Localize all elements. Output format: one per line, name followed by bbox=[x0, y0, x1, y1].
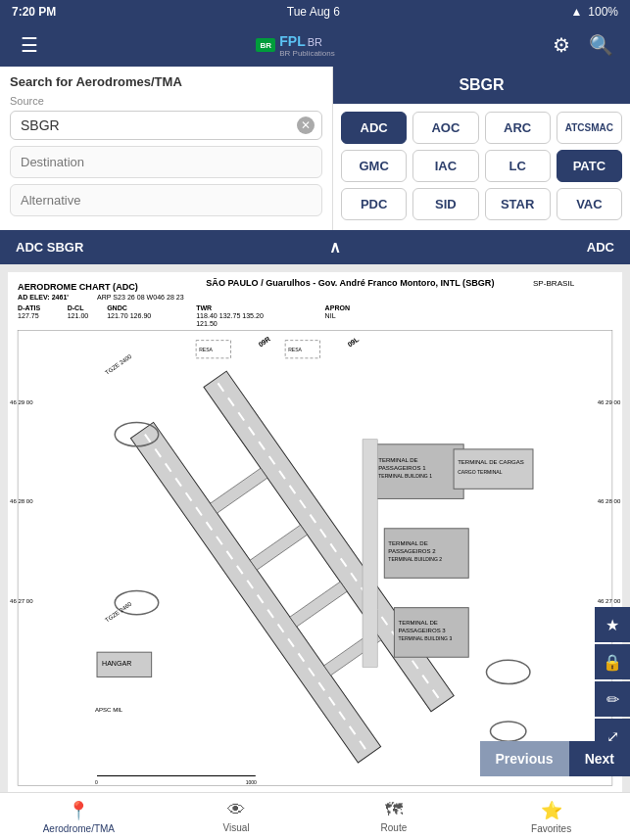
svg-text:RESA: RESA bbox=[288, 347, 302, 352]
svg-rect-17 bbox=[18, 331, 612, 786]
svg-text:TERMINAL BUILDING 3: TERMINAL BUILDING 3 bbox=[398, 635, 452, 641]
chart-btn-arc[interactable]: ARC bbox=[485, 112, 551, 144]
chart-btn-atcsmac[interactable]: ATCSMAC bbox=[557, 112, 622, 144]
svg-text:TERMINAL BUILDING 1: TERMINAL BUILDING 1 bbox=[378, 473, 432, 479]
alternative-input[interactable] bbox=[10, 184, 322, 216]
nav-favorites[interactable]: ⭐ Favorites bbox=[472, 793, 630, 840]
svg-text:D-CL: D-CL bbox=[68, 304, 85, 311]
expand-handle-icon[interactable]: ∧ bbox=[329, 238, 341, 257]
visual-nav-label: Visual bbox=[223, 822, 250, 833]
status-time: 7:20 PM bbox=[12, 5, 56, 19]
svg-text:TERMINAL BUILDING 2: TERMINAL BUILDING 2 bbox=[388, 556, 442, 562]
svg-text:TERMINAL DE: TERMINAL DE bbox=[378, 457, 417, 463]
svg-text:121.00: 121.00 bbox=[68, 312, 89, 319]
bottom-navigation: 📍 Aerodrome/TMA 👁 Visual 🗺 Route ⭐ Favor… bbox=[0, 792, 630, 840]
svg-text:46 29 00: 46 29 00 bbox=[598, 399, 621, 405]
favorites-nav-label: Favorites bbox=[531, 823, 571, 834]
source-label: Source bbox=[10, 95, 322, 107]
logo-text-group: FPL BR BR Publications bbox=[279, 33, 334, 58]
chart-btn-star[interactable]: STAR bbox=[485, 188, 551, 220]
chart-btn-lc[interactable]: LC bbox=[485, 150, 551, 182]
svg-text:46 27 00: 46 27 00 bbox=[10, 598, 33, 604]
airport-tab[interactable]: SBGR bbox=[333, 67, 630, 104]
svg-text:127.75: 127.75 bbox=[18, 312, 39, 319]
header-actions: ⚙ 🔍 bbox=[544, 29, 618, 61]
wifi-icon: ▲ bbox=[570, 5, 582, 19]
nav-route[interactable]: 🗺 Route bbox=[315, 793, 473, 840]
source-input-wrapper: ✕ bbox=[10, 111, 322, 140]
chart-btn-aoc[interactable]: AOC bbox=[412, 112, 478, 144]
svg-text:SÃO PAULO / Guarulhos - Gov. A: SÃO PAULO / Guarulhos - Gov. André Franc… bbox=[206, 278, 494, 288]
chart-btn-iac[interactable]: IAC bbox=[412, 150, 478, 182]
previous-button[interactable]: Previous bbox=[480, 741, 569, 776]
svg-text:TERMINAL DE: TERMINAL DE bbox=[398, 620, 437, 626]
logo-sub: BR Publications bbox=[279, 49, 334, 58]
main-chart-area: AERODROME CHART (ADC) SÃO PAULO / Guarul… bbox=[0, 264, 630, 824]
chart-btn-adc[interactable]: ADC bbox=[341, 112, 407, 144]
svg-text:121.70 126.90: 121.70 126.90 bbox=[107, 312, 151, 319]
svg-text:PASSAGEIROS 1: PASSAGEIROS 1 bbox=[378, 465, 426, 471]
status-indicators: ▲ 100% bbox=[570, 5, 618, 19]
route-nav-label: Route bbox=[381, 822, 408, 833]
svg-text:121.50: 121.50 bbox=[196, 320, 218, 327]
adc-banner-left: ADC SBGR bbox=[16, 240, 83, 255]
chart-btn-patc[interactable]: PATC bbox=[557, 150, 622, 182]
svg-text:46 29 00: 46 29 00 bbox=[10, 399, 33, 405]
favorite-icon-btn[interactable]: ★ bbox=[595, 607, 630, 642]
destination-input[interactable] bbox=[10, 146, 322, 178]
adc-banner: ADC SBGR ∧ ADC bbox=[0, 230, 630, 264]
chart-btn-vac[interactable]: VAC bbox=[557, 188, 622, 220]
logo-fpl: FPL bbox=[279, 33, 305, 49]
svg-text:HANGAR: HANGAR bbox=[102, 660, 131, 667]
svg-rect-32 bbox=[374, 444, 463, 499]
svg-text:CARGO TERMINAL: CARGO TERMINAL bbox=[458, 469, 503, 475]
svg-text:SP-BRASIL: SP-BRASIL bbox=[533, 279, 575, 288]
flag-icon: BR bbox=[256, 38, 275, 52]
svg-text:NIL: NIL bbox=[325, 312, 336, 319]
app-logo: BR FPL BR BR Publications bbox=[47, 33, 544, 58]
status-date: Tue Aug 6 bbox=[287, 5, 340, 19]
svg-text:APSC MIL: APSC MIL bbox=[95, 707, 123, 713]
app-header: ☰ BR FPL BR BR Publications ⚙ 🔍 bbox=[0, 23, 630, 67]
svg-text:0: 0 bbox=[95, 779, 98, 785]
menu-button[interactable]: ☰ bbox=[12, 29, 47, 61]
clear-source-button[interactable]: ✕ bbox=[297, 117, 315, 134]
battery-icon: 100% bbox=[588, 5, 618, 19]
annotate-icon-btn[interactable]: ✏ bbox=[595, 681, 630, 717]
chart-btn-gmc[interactable]: GMC bbox=[341, 150, 407, 182]
svg-text:GNDC: GNDC bbox=[107, 304, 127, 311]
search-tabs-area: Search for Aerodromes/TMA Source ✕ SBGR … bbox=[0, 67, 630, 230]
svg-text:46 27 00: 46 27 00 bbox=[598, 598, 621, 604]
svg-text:RESA: RESA bbox=[199, 347, 213, 352]
svg-text:118.40 132.75 135.20: 118.40 132.75 135.20 bbox=[196, 312, 264, 319]
aerodrome-nav-label: Aerodrome/TMA bbox=[43, 823, 115, 834]
svg-text:46 28 00: 46 28 00 bbox=[598, 498, 621, 504]
favorites-nav-icon: ⭐ bbox=[541, 800, 562, 821]
svg-text:D-ATIS: D-ATIS bbox=[18, 304, 40, 311]
chart-sidebar: ★ 🔒 ✏ ⤢ bbox=[595, 607, 630, 754]
chart-tab-panel: SBGR ADC AOC ARC ATCSMAC GMC IAC LC PATC… bbox=[333, 67, 630, 230]
svg-text:AERODROME CHART (ADC): AERODROME CHART (ADC) bbox=[18, 282, 138, 292]
svg-rect-47 bbox=[363, 440, 377, 668]
svg-text:PASSAGEIROS 2: PASSAGEIROS 2 bbox=[388, 548, 436, 554]
source-input[interactable] bbox=[10, 111, 322, 140]
search-title: Search for Aerodromes/TMA bbox=[10, 74, 322, 89]
nav-visual[interactable]: 👁 Visual bbox=[158, 793, 315, 840]
svg-text:PASSAGEIROS 3: PASSAGEIROS 3 bbox=[398, 628, 446, 633]
route-nav-icon: 🗺 bbox=[385, 800, 403, 820]
svg-text:ARP S23 26 08 W046 28 23: ARP S23 26 08 W046 28 23 bbox=[97, 294, 184, 301]
settings-button[interactable]: ⚙ bbox=[544, 29, 579, 61]
chart-btn-pdc[interactable]: PDC bbox=[341, 188, 407, 220]
pagination-bar: Previous Next bbox=[480, 741, 631, 776]
chart-btn-sid[interactable]: SID bbox=[412, 188, 478, 220]
adc-banner-right: ADC bbox=[587, 240, 614, 255]
aerodrome-nav-icon: 📍 bbox=[68, 800, 89, 821]
search-button[interactable]: 🔍 bbox=[583, 29, 618, 61]
svg-text:46 28 00: 46 28 00 bbox=[10, 498, 33, 504]
lock-icon-btn[interactable]: 🔒 bbox=[595, 644, 630, 679]
next-button[interactable]: Next bbox=[569, 741, 630, 776]
logo-br: BR bbox=[308, 36, 322, 48]
nav-aerodrome[interactable]: 📍 Aerodrome/TMA bbox=[0, 793, 158, 840]
svg-text:TERMINAL DE: TERMINAL DE bbox=[388, 540, 427, 546]
svg-text:TERMINAL DE CARGAS: TERMINAL DE CARGAS bbox=[458, 459, 524, 465]
